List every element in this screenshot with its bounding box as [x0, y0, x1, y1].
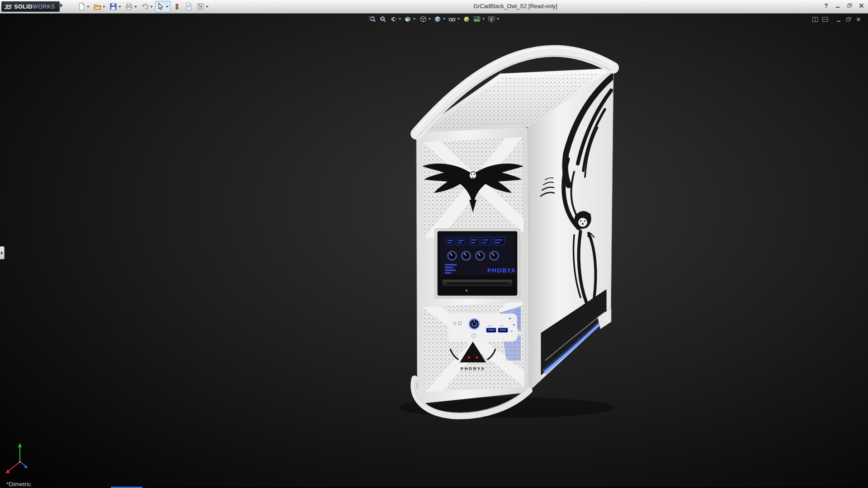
select-button[interactable]: [155, 1, 170, 12]
viewport-canvas[interactable]: PHOBYA: [0, 0, 868, 488]
apply-scene-icon: [473, 15, 481, 23]
edit-appearance-button[interactable]: [462, 14, 472, 24]
dropdown-caret-icon[interactable]: [87, 6, 90, 8]
heads-up-view-toolbar: [368, 14, 500, 24]
titlebar: 3S SOLIDWORKS GrCadBlack_Owl_S2 [Read-on…: [0, 0, 868, 14]
tile-horizontal-button[interactable]: [822, 16, 828, 23]
hide-show-items-button[interactable]: [448, 14, 461, 24]
previous-view-button[interactable]: [389, 14, 402, 24]
view-settings-button[interactable]: [487, 14, 500, 24]
rebuild-icon: [173, 3, 181, 10]
dropdown-caret-icon[interactable]: [103, 6, 105, 8]
apply-scene-button[interactable]: [472, 14, 486, 24]
lcd-brand-text: PHOBYA: [487, 267, 516, 274]
drive-led: [466, 290, 467, 291]
select-icon: [157, 3, 165, 10]
file-properties-icon: [185, 3, 193, 10]
minimize-button[interactable]: [834, 2, 842, 9]
lcd-fan-controller[interactable]: PHOBYA: [435, 229, 520, 298]
section-view-button[interactable]: [403, 14, 417, 24]
options-icon: [197, 3, 204, 10]
open-icon: [94, 3, 101, 10]
options-button[interactable]: [195, 1, 210, 12]
dropdown-caret-icon[interactable]: [134, 6, 137, 8]
reset-button[interactable]: [472, 333, 476, 338]
close-doc-button[interactable]: [855, 16, 862, 23]
help-button[interactable]: ?: [822, 2, 830, 9]
3ds-logo-icon: 3S: [4, 3, 12, 10]
front-panel: PHOBYA: [416, 127, 529, 404]
dropdown-caret-icon[interactable]: [458, 18, 460, 20]
dropdown-caret-icon[interactable]: [118, 6, 121, 8]
view-orientation-icon: [420, 15, 427, 23]
io-plate: [448, 314, 517, 342]
save-button[interactable]: [108, 1, 123, 12]
tile-vertical-button[interactable]: [812, 16, 818, 23]
brand-solid: SOLID: [14, 4, 33, 10]
minimize-icon: [835, 3, 841, 9]
tile-vertical-icon: [812, 16, 818, 23]
restore-icon: [847, 3, 853, 9]
expand-arrow-icon: [1, 251, 3, 255]
tile-horizontal-icon: [822, 16, 828, 23]
document-window-controls: [812, 16, 862, 23]
zoom-fit-button[interactable]: [368, 14, 377, 24]
display-style-icon: [434, 15, 442, 23]
section-view-icon: [404, 15, 412, 23]
dropdown-caret-icon[interactable]: [150, 6, 153, 8]
dropdown-caret-icon[interactable]: [443, 18, 446, 20]
open-button[interactable]: [92, 1, 107, 12]
document-title: GrCadBlack_Owl_S2 [Read-only]: [217, 3, 814, 9]
view-settings-icon: [488, 15, 495, 23]
restore-doc-button[interactable]: [845, 16, 852, 23]
dropdown-caret-icon[interactable]: [399, 18, 401, 20]
brand-works: WORKS: [33, 4, 55, 10]
save-icon: [109, 3, 117, 10]
logo-flyout-arrow-icon[interactable]: [60, 3, 63, 8]
minimize-doc-button[interactable]: [835, 16, 842, 23]
zoom-fit-icon: [369, 15, 377, 23]
file-properties-button[interactable]: [183, 1, 194, 12]
dropdown-caret-icon[interactable]: [413, 18, 416, 20]
dropdown-caret-icon[interactable]: [206, 6, 208, 8]
main-toolbar: [76, 1, 210, 12]
undo-button[interactable]: [139, 1, 155, 12]
print-icon: [125, 3, 133, 10]
zoom-area-icon: [379, 15, 387, 23]
restore-button[interactable]: [846, 2, 854, 9]
undo-icon: [141, 3, 149, 10]
close-doc-icon: [855, 16, 862, 23]
minimize-doc-icon: [835, 16, 842, 23]
dropdown-caret-icon[interactable]: [482, 18, 485, 20]
hide-show-items-icon: [448, 15, 456, 23]
solidworks-logo: 3S SOLIDWORKS: [1, 1, 60, 12]
dropdown-caret-icon[interactable]: [497, 18, 500, 20]
window-controls: ?: [822, 2, 865, 9]
edit-appearance-icon: [463, 15, 471, 23]
close-button[interactable]: [858, 2, 865, 9]
rebuild-button[interactable]: [171, 1, 183, 12]
previous-view-icon: [390, 15, 397, 23]
display-style-button[interactable]: [433, 14, 447, 24]
new-document-icon: [78, 3, 85, 10]
close-icon: [859, 3, 864, 9]
print-button[interactable]: [123, 1, 139, 12]
phobya-logo-text: PHOBYA: [461, 366, 486, 371]
restore-doc-icon: [845, 16, 852, 23]
zoom-area-button[interactable]: [378, 14, 388, 24]
dropdown-caret-icon[interactable]: [429, 18, 431, 20]
dropdown-caret-icon[interactable]: [166, 6, 169, 8]
new-document-button[interactable]: [76, 1, 91, 12]
feature-tree-collapse-tab[interactable]: [0, 246, 5, 259]
view-orientation-button[interactable]: [419, 14, 432, 24]
